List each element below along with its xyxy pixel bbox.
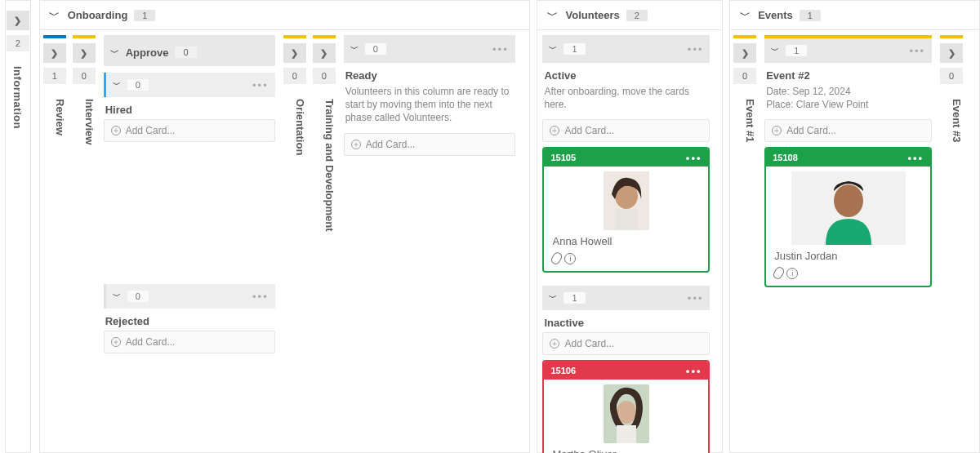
rejected-add-card[interactable]: ＋ Add Card... [104, 331, 275, 353]
expand-interview-button[interactable]: ❯ [73, 43, 96, 63]
plus-icon: ＋ [111, 337, 121, 347]
plus-icon: ＋ [772, 126, 782, 135]
review-accent [43, 35, 66, 38]
onboarding-title: Onboarding [68, 9, 128, 21]
ready-add-card-label: Add Card... [366, 139, 416, 150]
hired-more-button[interactable]: ••• [252, 79, 269, 91]
rejected-more-button[interactable]: ••• [252, 291, 269, 303]
inactive-more-button[interactable]: ••• [688, 292, 704, 304]
card-anna-howell[interactable]: 15105 ••• Anna Howell i [542, 147, 710, 273]
info-icon: i [786, 268, 798, 279]
expand-information-button[interactable]: ❯ [7, 11, 29, 30]
ready-title: Ready [345, 69, 514, 82]
interview-accent [73, 35, 96, 38]
event1-count-badge: 0 [733, 68, 756, 84]
card-top: 15108 ••• [766, 149, 930, 167]
event1-accent [733, 35, 756, 38]
rejected-title: Rejected [105, 315, 274, 327]
plus-icon: ＋ [111, 126, 121, 135]
active-header: ﹀ 1 ••• [542, 35, 710, 63]
section-rejected: ﹀ 0 ••• Rejected ＋ Add Card... [104, 284, 275, 358]
inactive-add-card[interactable]: ＋ Add Card... [542, 332, 710, 355]
chevron-right-icon: ❯ [948, 48, 956, 59]
collapse-ready-button[interactable]: ﹀ [350, 43, 359, 55]
collapse-inactive-button[interactable]: ﹀ [549, 292, 557, 304]
svg-rect-5 [617, 425, 636, 443]
lane-events: ﹀ Events 1 ❯ 0 Event #1 ﹀ 1 ••• Event #2… [729, 0, 980, 453]
information-count: 2 [7, 35, 29, 51]
expand-review-button[interactable]: ❯ [43, 43, 66, 63]
event2-title: Event #2 [766, 69, 930, 82]
avatar [604, 171, 649, 230]
chevron-right-icon: ❯ [742, 48, 749, 59]
card-more-button[interactable]: ••• [686, 365, 702, 377]
event2-place: Place: Clare View Point [766, 98, 930, 111]
card-name: Martha Oliver [544, 448, 708, 453]
rejected-header: ﹀ 0 ••• [104, 284, 275, 309]
volunteers-header: ﹀ Volunteers 2 [537, 1, 722, 30]
kanban-board: ❯ 2 Information ﹀ Onboarding 1 ❯ 1 Revie… [0, 0, 980, 453]
review-label: Review [43, 99, 66, 135]
collapse-volunteers-button[interactable]: ﹀ [546, 9, 559, 22]
collapse-rejected-button[interactable]: ﹀ [113, 291, 121, 302]
approve-header: ﹀ Approve 0 [104, 35, 275, 66]
svg-rect-2 [615, 209, 638, 230]
interview-count-badge: 0 [73, 68, 96, 84]
events-header: ﹀ Events 1 [730, 1, 979, 30]
expand-training-button[interactable]: ❯ [313, 43, 336, 63]
card-more-button[interactable]: ••• [908, 152, 924, 164]
active-add-card[interactable]: ＋ Add Card... [542, 119, 710, 142]
event3-accent [940, 35, 963, 38]
events-body: ❯ 0 Event #1 ﹀ 1 ••• Event #2 Date: Sep … [730, 30, 979, 452]
review-count-badge: 1 [43, 68, 66, 84]
card-more-button[interactable]: ••• [686, 152, 702, 164]
event2-more-button[interactable]: ••• [910, 45, 926, 57]
event3-count-badge: 0 [940, 68, 963, 84]
hired-add-card[interactable]: ＋ Add Card... [104, 119, 275, 142]
collapse-approve-button[interactable]: ﹀ [110, 47, 119, 59]
plus-icon: ＋ [351, 140, 361, 149]
ready-add-card[interactable]: ＋ Add Card... [344, 133, 515, 156]
card-image-wrap [544, 167, 708, 235]
rejected-count: 0 [127, 291, 149, 302]
avatar [604, 384, 649, 443]
card-id: 15105 [550, 153, 576, 162]
card-footer: i [766, 267, 930, 286]
training-accent [313, 35, 336, 38]
expand-event1-button[interactable]: ❯ [733, 43, 756, 63]
card-martha-oliver[interactable]: 15106 ••• Martha Oliver i [542, 360, 710, 453]
orientation-accent [283, 35, 306, 38]
ready-header: ﹀ 0 ••• [344, 35, 515, 63]
collapse-hired-button[interactable]: ﹀ [113, 79, 121, 91]
orientation-label: Orientation [283, 99, 306, 155]
onboarding-body: ❯ 1 Review ❯ 0 Interview ﹀ Approve 0 [40, 30, 530, 452]
approve-title: Approve [126, 47, 169, 59]
section-hired: ﹀ 0 ••• Hired ＋ Add Card... [104, 73, 275, 278]
collapse-onboarding-button[interactable]: ﹀ [48, 9, 61, 22]
column-approve: ﹀ Approve 0 ﹀ 0 ••• Hired ＋ Add Card... [104, 35, 275, 358]
collapse-active-button[interactable]: ﹀ [549, 43, 557, 55]
lane-volunteers: ﹀ Volunteers 2 ﹀ 1 ••• Active After onbo… [537, 0, 723, 453]
svg-point-7 [834, 184, 863, 217]
expand-event3-button[interactable]: ❯ [940, 43, 963, 63]
training-label: Training and Development [313, 99, 336, 232]
hired-add-card-label: Add Card... [126, 125, 176, 136]
info-icon: i [564, 253, 576, 264]
events-title: Events [758, 9, 793, 21]
hired-empty-space [104, 147, 275, 278]
column-training-collapsed: ❯ 0 Training and Development [313, 35, 336, 452]
interview-label: Interview [73, 99, 96, 144]
column-event1-collapsed: ❯ 0 Event #1 [733, 35, 756, 452]
avatar [791, 171, 906, 245]
card-justin-jordan[interactable]: 15108 ••• Justin Jordan i [764, 147, 932, 287]
ready-more-button[interactable]: ••• [492, 43, 509, 56]
event2-add-card[interactable]: ＋ Add Card... [764, 119, 932, 142]
onboarding-count: 1 [134, 10, 155, 21]
active-more-button[interactable]: ••• [688, 43, 704, 56]
attachment-icon [772, 266, 786, 281]
event2-count: 1 [786, 45, 807, 56]
collapse-event2-button[interactable]: ﹀ [771, 45, 779, 56]
lane-information-collapsed: ❯ 2 Information [5, 0, 31, 453]
expand-orientation-button[interactable]: ❯ [283, 43, 306, 63]
collapse-events-button[interactable]: ﹀ [738, 9, 751, 22]
